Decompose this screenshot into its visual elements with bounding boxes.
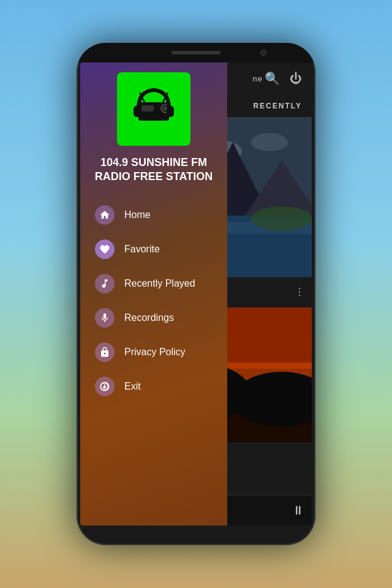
privacy-label: Privacy Policy — [124, 347, 186, 358]
svg-rect-22 — [167, 106, 174, 117]
sidebar-item-favorite[interactable]: Favorite — [90, 233, 217, 265]
privacy-icon-wrapper — [95, 342, 115, 362]
home-label: Home — [124, 209, 151, 221]
menu-list: Home Favorite — [80, 199, 227, 402]
logo-icon — [126, 79, 181, 140]
recently-icon-wrapper — [95, 274, 115, 293]
pause-button[interactable]: ⏸ — [292, 503, 304, 518]
svg-rect-21 — [134, 106, 141, 117]
camera — [260, 50, 266, 56]
sidebar-item-home[interactable]: Home — [90, 199, 217, 231]
recently-icon-circle — [95, 274, 115, 293]
privacy-icon-circle — [95, 342, 115, 362]
sidebar-item-privacy[interactable]: Privacy Policy — [90, 336, 217, 368]
phone-screen: ne 🔍 ⏻ RECENTLY — [80, 62, 312, 526]
sidebar-item-exit[interactable]: Exit — [90, 371, 217, 402]
exit-label: Exit — [124, 381, 141, 392]
recently-played-label: Recently Played — [124, 278, 195, 289]
drawer-station-name: 104.9 SUNSHINE FM RADIO FREE STATION — [80, 156, 227, 184]
svg-point-9 — [251, 206, 312, 231]
svg-rect-16 — [141, 105, 154, 111]
recordings-icon-wrapper — [95, 308, 115, 328]
home-icon-circle — [95, 205, 115, 225]
power-icon[interactable]: ⏻ — [290, 72, 302, 86]
sidebar-item-recently-played[interactable]: Recently Played — [90, 268, 217, 300]
header-icons: 🔍 ⏻ — [265, 71, 302, 86]
nav-drawer: 104.9 SUNSHINE FM RADIO FREE STATION Hom… — [80, 62, 227, 526]
search-icon[interactable]: 🔍 — [265, 71, 280, 86]
favorite-icon-circle — [95, 239, 115, 259]
more-options-icon[interactable]: ⋮ — [295, 286, 304, 298]
home-icon-wrapper — [95, 205, 115, 225]
speaker — [172, 51, 221, 55]
exit-icon-circle — [95, 377, 115, 396]
svg-point-3 — [251, 133, 288, 151]
recordings-label: Recordings — [124, 312, 174, 323]
recordings-icon-circle — [95, 308, 115, 328]
phone-frame: ne 🔍 ⏻ RECENTLY — [77, 43, 315, 545]
exit-icon-wrapper — [95, 377, 115, 396]
favorite-label: Favorite — [124, 244, 160, 255]
header-title: ne — [253, 74, 263, 83]
app-logo — [117, 72, 190, 146]
phone-top — [77, 43, 315, 62]
favorite-icon-wrapper — [95, 239, 115, 259]
tab-recently[interactable]: RECENTLY — [253, 102, 302, 110]
sidebar-item-recordings[interactable]: Recordings — [90, 302, 217, 334]
